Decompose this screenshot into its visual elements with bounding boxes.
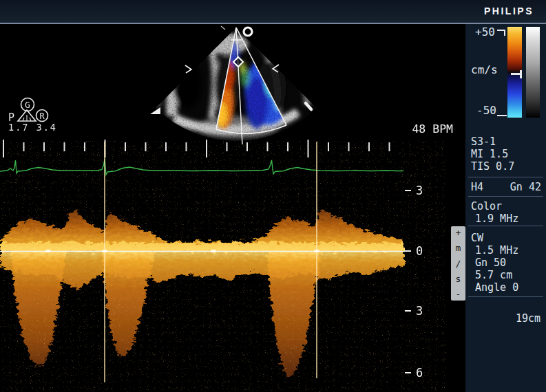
axis-label-3-upper: 3: [416, 184, 423, 197]
colorbar-bottom-tick: [497, 115, 507, 116]
baseline-shift-control[interactable]: + m / s -: [451, 226, 465, 301]
cw-frequency-readout: 1.5 MHz: [475, 244, 518, 257]
axis-label-0: 0: [416, 244, 423, 258]
spectral-noise-speckle: [0, 164, 405, 391]
spectral-doppler-display: [0, 142, 405, 391]
thermal-index-values: 1.7 3.4: [8, 122, 57, 133]
echo-sector-image: [145, 25, 330, 149]
cw-gain-readout: Gn 50: [475, 257, 506, 269]
g-indicator-label: G: [25, 100, 30, 110]
left-edge-triangle-marker: [150, 107, 160, 114]
panel-divider: [468, 226, 543, 226]
main-display: 3 0 3 6 48 BPM G R P 1.7 3.4: [0, 0, 546, 392]
grayscale-bar: [526, 27, 540, 118]
velocity-axis: 3 0 3 6: [405, 184, 423, 380]
philips-logo: PHILIPS: [484, 6, 534, 17]
heart-rate-readout: 48 BPM: [412, 122, 453, 135]
colorbar-baseline-marker[interactable]: [511, 73, 521, 75]
ultrasound-screen: 3 0 3 6 48 BPM G R P 1.7 3.4 PHILIPS +50…: [0, 0, 546, 392]
colorbar-max-label: +50: [475, 25, 495, 39]
scale-unit-s: s: [456, 274, 461, 283]
colorbar-top-tick-v: [504, 30, 505, 36]
scale-unit-m: m: [456, 243, 461, 252]
gain-2d-readout: Gn 42: [510, 181, 541, 193]
panel-divider: [468, 177, 543, 177]
r-indicator-label: R: [39, 111, 45, 121]
cw-angle-readout: Angle 0: [475, 281, 518, 294]
time-tick-ruler: [3, 140, 390, 157]
axis-label-3-lower: 3: [416, 304, 423, 318]
cw-mode-title: CW: [471, 232, 483, 244]
color-frequency-readout: 1.9 MHz: [475, 213, 518, 225]
harmonic-mode-label: H4: [471, 181, 483, 193]
scale-minus-label[interactable]: -: [456, 290, 461, 298]
panel-divider: [468, 296, 543, 297]
colorbar-baseline-marker-bar[interactable]: [520, 70, 522, 78]
colorbar-unit-label: cm/s: [471, 63, 498, 76]
top-bar: PHILIPS: [0, 0, 546, 24]
imaging-depth-readout: 19cm: [516, 312, 540, 325]
colorbar-min-label: -50: [476, 104, 496, 117]
probe-label: S3-1: [471, 135, 496, 148]
mi-readout: MI 1.5: [471, 148, 508, 160]
panel-divider: [468, 196, 543, 197]
axis-label-6: 6: [416, 366, 423, 380]
tis-readout: TIS 0.7: [471, 160, 514, 173]
right-panel: +50 cm/s -50 S3-1 MI 1.5 TIS 0.7 H4 Gn 4…: [465, 24, 546, 392]
scale-unit-slash: /: [456, 259, 461, 268]
cw-depth-readout: 5.7 cm: [475, 269, 512, 281]
scale-plus-label[interactable]: +: [456, 228, 461, 237]
orientation-circle-marker: [244, 28, 252, 36]
color-mode-title: Color: [471, 200, 502, 213]
